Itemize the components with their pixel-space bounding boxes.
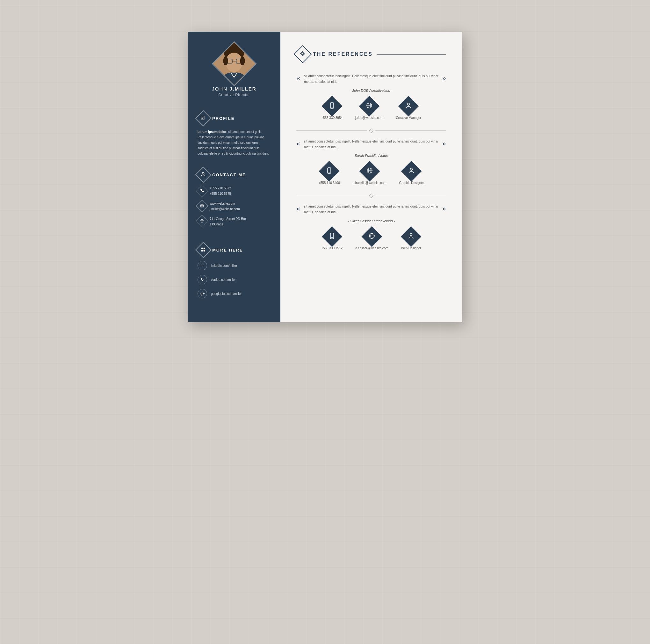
svg-rect-17 — [202, 248, 203, 249]
viadeo-icon — [197, 275, 207, 284]
phone-icon — [195, 184, 208, 197]
phone-text: +555 210 5672 +555 210 5675 — [210, 185, 231, 196]
contact-title: CONTACT ME — [212, 172, 246, 177]
reference-3: « sit amet consectetur ipiscingelit. Pel… — [296, 204, 446, 250]
address-icon — [195, 215, 208, 228]
ref3-role-card: Web Designer — [401, 229, 421, 250]
reference-2: « sit amet consectetur ipiscingelit. Pel… — [296, 139, 446, 185]
profile-text: Lorem ipsum dolor: sit amet consectet ge… — [197, 129, 271, 156]
ref3-email-card: o.cassar@website.com — [355, 229, 388, 250]
quote-row-2: « sit amet consectetur ipiscingelit. Pel… — [296, 139, 446, 150]
divider-1 — [296, 129, 446, 132]
ref3-cards: +555 330 7512 o.cassar@website.com — [296, 229, 446, 250]
svg-rect-19 — [202, 250, 203, 251]
svg-rect-20 — [204, 250, 205, 251]
quote-text-1: sit amet consectetur ipiscingelit. Pelle… — [304, 73, 438, 85]
contact-website: www.website.com j.miller@website.com — [197, 201, 271, 212]
svg-point-7 — [240, 56, 245, 65]
profile-title: PROFILE — [212, 116, 234, 121]
references-title: THE REFERENCES — [313, 51, 373, 57]
more-section: MORE HERE in linkedin.com/miller — [188, 238, 280, 309]
more-icon — [195, 242, 212, 258]
ref3-email-label: o.cassar@website.com — [355, 246, 388, 250]
googleplus-item: g+ googleplus.com/miller — [197, 289, 271, 298]
ref1-role-card: Creative Manager — [396, 99, 421, 120]
references-header: THE REFERENCES — [296, 48, 446, 61]
ref3-role-label: Web Designer — [401, 246, 421, 250]
ref2-email-card: s.franklin@website.com — [353, 164, 387, 184]
ref2-role-card: Graphic Designer — [399, 164, 424, 184]
website-icon — [195, 200, 208, 212]
ref2-email-label: s.franklin@website.com — [353, 181, 387, 184]
svg-point-6 — [223, 56, 228, 65]
ref2-cards: +555 110 3400 s.franklin@website.com — [296, 164, 446, 184]
svg-point-12 — [202, 172, 204, 174]
divider-2 — [296, 194, 446, 197]
quote-row-1: « sit amet consectetur ipiscingelit. Pel… — [296, 73, 446, 85]
viadeo-item: viadeo.com/miller — [197, 275, 271, 284]
ref1-role-label: Creative Manager — [396, 116, 421, 120]
contact-header: CONTACT ME — [197, 169, 271, 180]
ref1-role-icon — [398, 96, 419, 116]
ref1-phone-card: +555 330 8954 — [321, 99, 342, 120]
quote-row-3: « sit amet consectetur ipiscingelit. Pel… — [296, 204, 446, 215]
sidebar: JOHN J.MILLER Creative Director — [188, 32, 280, 322]
contact-phone: +555 210 5672 +555 210 5675 — [197, 185, 271, 196]
ref1-email-icon — [359, 96, 380, 116]
ref2-role-label: Graphic Designer — [399, 181, 424, 184]
linkedin-icon: in — [197, 261, 207, 270]
svg-text:g+: g+ — [201, 292, 205, 296]
profile-header: PROFILE — [197, 112, 271, 124]
svg-point-24 — [302, 53, 304, 55]
quote-text-2: sit amet consectetur ipiscingelit. Pelle… — [304, 139, 438, 150]
svg-rect-25 — [330, 103, 334, 108]
svg-point-2 — [226, 53, 243, 72]
ref3-email-icon — [361, 226, 382, 247]
svg-rect-18 — [204, 248, 205, 249]
ref3-role-icon — [401, 226, 422, 247]
ref3-phone-card: +555 330 7512 — [321, 229, 342, 250]
profile-section: PROFILE Lorem ipsum dolor: sit amet cons… — [188, 106, 280, 163]
svg-point-30 — [407, 103, 410, 105]
profile-icon — [195, 110, 212, 127]
main-content: THE REFERENCES « sit amet consectetur ip… — [280, 32, 462, 322]
ref1-phone-icon — [322, 96, 342, 116]
resume-card: JOHN J.MILLER Creative Director — [188, 32, 462, 322]
ref2-phone-icon — [319, 161, 340, 182]
viadeo-label: viadeo.com/miller — [211, 278, 236, 281]
quote-text-3: sit amet consectetur ipiscingelit. Pelle… — [304, 204, 438, 215]
author-2: - Sarah Franklin / lotus - — [296, 154, 446, 158]
avatar-section: JOHN J.MILLER Creative Director — [188, 32, 280, 106]
website-text: www.website.com j.miller@website.com — [210, 201, 240, 212]
person-title: Creative Director — [218, 93, 250, 97]
open-quote-1: « — [296, 74, 300, 81]
author-3: - Oliver Cassar / creativeland - — [296, 219, 446, 223]
googleplus-label: googleplus.com/miller — [211, 292, 242, 296]
address-text: 711 Geoge Street PD Box 119 Paris — [210, 216, 247, 227]
more-header: MORE HERE — [197, 244, 271, 256]
ref1-cards: +555 330 8954 j.doe@website.com — [296, 99, 446, 120]
linkedin-label: linkedin.com/miller — [211, 264, 237, 268]
svg-point-16 — [202, 220, 203, 221]
ref2-role-icon — [401, 161, 422, 182]
contact-address: 711 Geoge Street PD Box 119 Paris — [197, 216, 271, 227]
ref2-phone-label: +555 110 3400 — [319, 181, 340, 184]
googleplus-icon: g+ — [197, 289, 207, 298]
close-quote-1: » — [442, 74, 446, 81]
contact-icon — [195, 167, 212, 183]
ref2-email-icon — [359, 161, 380, 182]
ref2-phone-card: +555 110 3400 — [319, 164, 340, 184]
open-quote-3: « — [296, 204, 300, 212]
references-icon — [294, 45, 312, 63]
svg-point-36 — [410, 168, 412, 171]
svg-text:in: in — [201, 264, 204, 268]
close-quote-3: » — [442, 204, 446, 212]
svg-rect-31 — [328, 168, 331, 173]
more-title: MORE HERE — [212, 248, 243, 252]
ref1-email-card: j.doe@website.com — [355, 99, 383, 120]
author-1: - John DOE / creativeland - — [296, 89, 446, 93]
svg-rect-37 — [330, 233, 334, 239]
contact-section: CONTACT ME +555 210 5672 +555 210 5675 — [188, 163, 280, 238]
svg-point-42 — [410, 234, 412, 236]
reference-1: « sit amet consectetur ipiscingelit. Pel… — [296, 73, 446, 120]
